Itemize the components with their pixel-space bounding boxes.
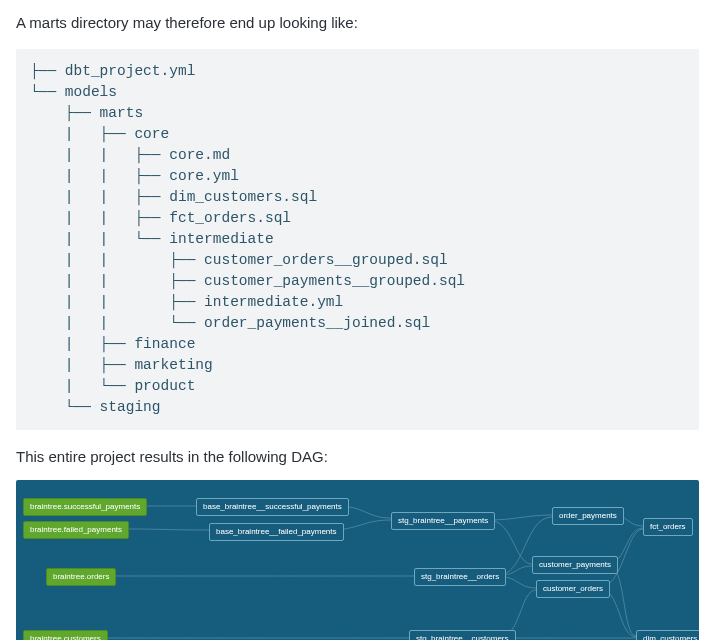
dag-node-model: base_braintree__failed_payments xyxy=(209,523,344,541)
intro-text: A marts directory may therefore end up l… xyxy=(16,12,699,35)
dag-node-model: fct_orders xyxy=(643,518,693,536)
dag-node-model: dim_customers xyxy=(636,630,699,640)
dag-node-model: customer_payments xyxy=(532,556,618,574)
dag-node-model: stg_braintree__payments xyxy=(391,512,495,530)
dag-diagram: braintree.successful_payments braintree.… xyxy=(16,480,699,640)
directory-tree-code: ├── dbt_project.yml └── models ├── marts… xyxy=(16,49,699,430)
dag-node-model: base_braintree__successful_payments xyxy=(196,498,349,516)
dag-node-source: braintree.successful_payments xyxy=(23,498,147,516)
dag-node-model: stg_braintree__customers xyxy=(409,630,516,640)
dag-intro-text: This entire project results in the follo… xyxy=(16,446,699,469)
dag-node-model: order_payments xyxy=(552,507,624,525)
dag-node-source: braintree.orders xyxy=(46,568,116,586)
dag-node-model: customer_orders xyxy=(536,580,610,598)
dag-node-source: braintree.failed_payments xyxy=(23,521,129,539)
dag-node-source: braintree.customers xyxy=(23,630,108,640)
dag-node-model: stg_braintree__orders xyxy=(414,568,506,586)
